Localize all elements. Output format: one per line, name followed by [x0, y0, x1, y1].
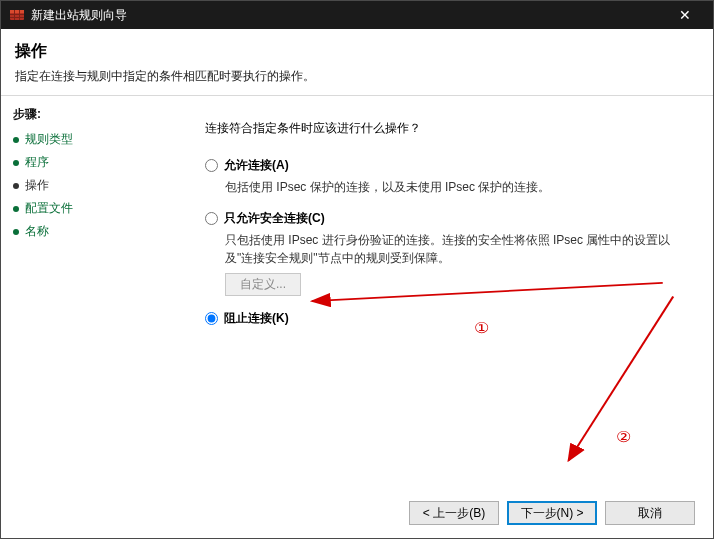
wizard-body: 步骤: 规则类型 程序 操作 配置文件 名称	[1, 96, 713, 488]
option-allow-desc: 包括使用 IPsec 保护的连接，以及未使用 IPsec 保护的连接。	[225, 178, 689, 196]
step-action[interactable]: 操作	[13, 177, 171, 194]
option-allow-secure: 只允许安全连接(C) 只包括使用 IPsec 进行身份验证的连接。连接的安全性将…	[205, 210, 689, 296]
step-rule-type[interactable]: 规则类型	[13, 131, 171, 148]
svg-rect-2	[10, 14, 24, 15]
svg-rect-5	[19, 10, 20, 20]
step-name[interactable]: 名称	[13, 223, 171, 240]
cancel-button[interactable]: 取消	[605, 501, 695, 525]
option-block-row[interactable]: 阻止连接(K)	[205, 310, 689, 327]
wizard-window: 新建出站规则向导 ✕ 操作 指定在连接与规则中指定的条件相匹配时要执行的操作。 …	[0, 0, 714, 539]
window-title: 新建出站规则向导	[31, 7, 665, 24]
option-block-label: 阻止连接(K)	[224, 310, 289, 327]
option-allow-secure-label: 只允许安全连接(C)	[224, 210, 325, 227]
step-label: 规则类型	[25, 131, 73, 148]
step-label: 程序	[25, 154, 49, 171]
bullet-icon	[13, 206, 19, 212]
step-label: 配置文件	[25, 200, 73, 217]
step-label: 名称	[25, 223, 49, 240]
step-program[interactable]: 程序	[13, 154, 171, 171]
page-subtitle: 指定在连接与规则中指定的条件相匹配时要执行的操作。	[15, 68, 699, 85]
svg-rect-4	[14, 10, 15, 20]
radio-allow[interactable]	[205, 159, 218, 172]
option-allow-secure-row[interactable]: 只允许安全连接(C)	[205, 210, 689, 227]
wizard-header: 操作 指定在连接与规则中指定的条件相匹配时要执行的操作。	[1, 29, 713, 96]
back-button[interactable]: < 上一步(B)	[409, 501, 499, 525]
option-allow: 允许连接(A) 包括使用 IPsec 保护的连接，以及未使用 IPsec 保护的…	[205, 157, 689, 196]
customize-button: 自定义...	[225, 273, 301, 296]
svg-rect-1	[10, 10, 24, 13]
bullet-icon	[13, 183, 19, 189]
option-allow-label: 允许连接(A)	[224, 157, 289, 174]
option-allow-row[interactable]: 允许连接(A)	[205, 157, 689, 174]
svg-rect-3	[10, 17, 24, 18]
step-profile[interactable]: 配置文件	[13, 200, 171, 217]
firewall-icon	[9, 7, 25, 23]
question-text: 连接符合指定条件时应该进行什么操作？	[205, 120, 689, 137]
next-button[interactable]: 下一步(N) >	[507, 501, 597, 525]
bullet-icon	[13, 229, 19, 235]
steps-title: 步骤:	[13, 106, 171, 123]
page-title: 操作	[15, 41, 699, 62]
option-block: 阻止连接(K)	[205, 310, 689, 327]
option-allow-secure-desc: 只包括使用 IPsec 进行身份验证的连接。连接的安全性将依照 IPsec 属性…	[225, 231, 689, 267]
wizard-footer: < 上一步(B) 下一步(N) > 取消	[1, 488, 713, 538]
close-button[interactable]: ✕	[665, 1, 705, 29]
annotation-mark-2: ②	[616, 429, 631, 445]
step-label: 操作	[25, 177, 49, 194]
bullet-icon	[13, 160, 19, 166]
bullet-icon	[13, 137, 19, 143]
radio-allow-secure[interactable]	[205, 212, 218, 225]
wizard-content: 连接符合指定条件时应该进行什么操作？ 允许连接(A) 包括使用 IPsec 保护…	[181, 96, 713, 488]
titlebar: 新建出站规则向导 ✕	[1, 1, 713, 29]
radio-block[interactable]	[205, 312, 218, 325]
steps-sidebar: 步骤: 规则类型 程序 操作 配置文件 名称	[1, 96, 181, 488]
